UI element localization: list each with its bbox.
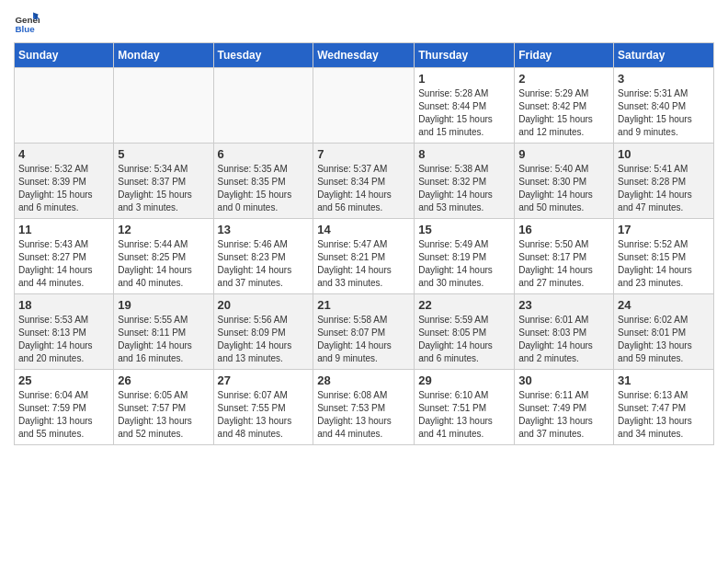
day-info: Sunrise: 5:49 AM Sunset: 8:19 PM Dayligh… — [418, 238, 510, 290]
weekday-header: Tuesday — [213, 43, 313, 68]
calendar-cell: 9Sunrise: 5:40 AM Sunset: 8:30 PM Daylig… — [515, 144, 614, 219]
day-number: 1 — [418, 72, 510, 86]
calendar-cell: 14Sunrise: 5:47 AM Sunset: 8:21 PM Dayli… — [313, 219, 415, 294]
calendar-cell: 16Sunrise: 5:50 AM Sunset: 8:17 PM Dayli… — [515, 219, 614, 294]
day-info: Sunrise: 6:01 AM Sunset: 8:03 PM Dayligh… — [518, 314, 609, 365]
day-number: 8 — [418, 147, 510, 161]
calendar-cell: 7Sunrise: 5:37 AM Sunset: 8:34 PM Daylig… — [313, 144, 415, 219]
day-info: Sunrise: 5:59 AM Sunset: 8:05 PM Dayligh… — [418, 314, 510, 365]
day-info: Sunrise: 5:47 AM Sunset: 8:21 PM Dayligh… — [317, 238, 410, 290]
day-number: 10 — [618, 147, 710, 161]
calendar-cell: 15Sunrise: 5:49 AM Sunset: 8:19 PM Dayli… — [415, 219, 515, 294]
calendar-week-row: 18Sunrise: 5:53 AM Sunset: 8:13 PM Dayli… — [15, 294, 714, 370]
day-number: 13 — [218, 223, 310, 236]
day-number: 21 — [317, 298, 410, 312]
calendar-cell: 18Sunrise: 5:53 AM Sunset: 8:13 PM Dayli… — [15, 294, 114, 370]
calendar-cell: 20Sunrise: 5:56 AM Sunset: 8:09 PM Dayli… — [213, 294, 313, 370]
day-info: Sunrise: 6:04 AM Sunset: 7:59 PM Dayligh… — [18, 389, 109, 441]
logo: General Blue — [14, 9, 43, 35]
weekday-header: Thursday — [415, 43, 515, 68]
day-info: Sunrise: 5:58 AM Sunset: 8:07 PM Dayligh… — [317, 314, 410, 365]
day-number: 5 — [118, 147, 209, 161]
day-number: 2 — [518, 72, 609, 86]
calendar-table: SundayMondayTuesdayWednesdayThursdayFrid… — [14, 42, 714, 445]
day-info: Sunrise: 5:35 AM Sunset: 8:35 PM Dayligh… — [218, 163, 310, 214]
day-number: 6 — [218, 147, 310, 161]
day-info: Sunrise: 5:56 AM Sunset: 8:09 PM Dayligh… — [218, 314, 310, 365]
calendar-cell: 31Sunrise: 6:13 AM Sunset: 7:47 PM Dayli… — [614, 370, 714, 445]
day-number: 22 — [418, 298, 510, 312]
calendar-cell: 8Sunrise: 5:38 AM Sunset: 8:32 PM Daylig… — [415, 144, 515, 219]
calendar-cell: 29Sunrise: 6:10 AM Sunset: 7:51 PM Dayli… — [415, 370, 515, 445]
day-number: 24 — [618, 298, 710, 312]
calendar-cell: 28Sunrise: 6:08 AM Sunset: 7:53 PM Dayli… — [313, 370, 415, 445]
day-info: Sunrise: 5:46 AM Sunset: 8:23 PM Dayligh… — [218, 238, 310, 290]
calendar-cell: 21Sunrise: 5:58 AM Sunset: 8:07 PM Dayli… — [313, 294, 415, 370]
day-number: 4 — [18, 147, 109, 161]
calendar-week-row: 11Sunrise: 5:43 AM Sunset: 8:27 PM Dayli… — [15, 219, 714, 294]
day-info: Sunrise: 6:10 AM Sunset: 7:51 PM Dayligh… — [418, 389, 510, 441]
calendar-cell: 22Sunrise: 5:59 AM Sunset: 8:05 PM Dayli… — [415, 294, 515, 370]
day-info: Sunrise: 5:52 AM Sunset: 8:15 PM Dayligh… — [618, 238, 710, 290]
day-number: 23 — [518, 298, 609, 312]
calendar-cell: 11Sunrise: 5:43 AM Sunset: 8:27 PM Dayli… — [15, 219, 114, 294]
day-info: Sunrise: 5:28 AM Sunset: 8:44 PM Dayligh… — [418, 87, 510, 139]
day-info: Sunrise: 6:02 AM Sunset: 8:01 PM Dayligh… — [618, 314, 710, 365]
day-number: 29 — [418, 373, 510, 387]
day-number: 12 — [118, 223, 209, 236]
calendar-cell: 13Sunrise: 5:46 AM Sunset: 8:23 PM Dayli… — [213, 219, 313, 294]
day-number: 7 — [317, 147, 410, 161]
calendar-cell: 6Sunrise: 5:35 AM Sunset: 8:35 PM Daylig… — [213, 144, 313, 219]
day-number: 31 — [618, 373, 710, 387]
calendar-cell: 26Sunrise: 6:05 AM Sunset: 7:57 PM Dayli… — [114, 370, 213, 445]
day-info: Sunrise: 6:07 AM Sunset: 7:55 PM Dayligh… — [218, 389, 310, 441]
day-info: Sunrise: 5:44 AM Sunset: 8:25 PM Dayligh… — [118, 238, 209, 290]
day-number: 28 — [317, 373, 410, 387]
page-header: General Blue — [14, 9, 714, 35]
day-info: Sunrise: 6:05 AM Sunset: 7:57 PM Dayligh… — [118, 389, 209, 441]
calendar-cell: 2Sunrise: 5:29 AM Sunset: 8:42 PM Daylig… — [515, 68, 614, 144]
day-info: Sunrise: 5:43 AM Sunset: 8:27 PM Dayligh… — [18, 238, 109, 290]
calendar-cell: 25Sunrise: 6:04 AM Sunset: 7:59 PM Dayli… — [15, 370, 114, 445]
day-number: 20 — [218, 298, 310, 312]
day-number: 19 — [118, 298, 209, 312]
day-info: Sunrise: 5:37 AM Sunset: 8:34 PM Dayligh… — [317, 163, 410, 214]
calendar-cell: 4Sunrise: 5:32 AM Sunset: 8:39 PM Daylig… — [15, 144, 114, 219]
svg-text:Blue: Blue — [15, 24, 35, 34]
calendar-cell: 30Sunrise: 6:11 AM Sunset: 7:49 PM Dayli… — [515, 370, 614, 445]
calendar-cell: 12Sunrise: 5:44 AM Sunset: 8:25 PM Dayli… — [114, 219, 213, 294]
day-info: Sunrise: 5:32 AM Sunset: 8:39 PM Dayligh… — [18, 163, 109, 214]
day-info: Sunrise: 6:08 AM Sunset: 7:53 PM Dayligh… — [317, 389, 410, 441]
day-number: 9 — [518, 147, 609, 161]
day-info: Sunrise: 5:40 AM Sunset: 8:30 PM Dayligh… — [518, 163, 609, 214]
day-info: Sunrise: 5:34 AM Sunset: 8:37 PM Dayligh… — [118, 163, 209, 214]
calendar-cell: 23Sunrise: 6:01 AM Sunset: 8:03 PM Dayli… — [515, 294, 614, 370]
calendar-cell: 10Sunrise: 5:41 AM Sunset: 8:28 PM Dayli… — [614, 144, 714, 219]
day-number: 27 — [218, 373, 310, 387]
weekday-header: Wednesday — [313, 43, 415, 68]
calendar-cell — [213, 68, 313, 144]
day-number: 3 — [618, 72, 710, 86]
day-info: Sunrise: 5:53 AM Sunset: 8:13 PM Dayligh… — [18, 314, 109, 365]
day-number: 11 — [18, 223, 109, 236]
day-number: 14 — [317, 223, 410, 236]
day-number: 16 — [518, 223, 609, 236]
day-info: Sunrise: 6:11 AM Sunset: 7:49 PM Dayligh… — [518, 389, 609, 441]
calendar-cell — [313, 68, 415, 144]
day-info: Sunrise: 5:41 AM Sunset: 8:28 PM Dayligh… — [618, 163, 710, 214]
day-number: 17 — [618, 223, 710, 236]
day-info: Sunrise: 5:50 AM Sunset: 8:17 PM Dayligh… — [518, 238, 609, 290]
calendar-cell: 3Sunrise: 5:31 AM Sunset: 8:40 PM Daylig… — [614, 68, 714, 144]
day-info: Sunrise: 5:29 AM Sunset: 8:42 PM Dayligh… — [518, 87, 609, 139]
calendar-cell: 1Sunrise: 5:28 AM Sunset: 8:44 PM Daylig… — [415, 68, 515, 144]
calendar-cell: 19Sunrise: 5:55 AM Sunset: 8:11 PM Dayli… — [114, 294, 213, 370]
weekday-header: Friday — [515, 43, 614, 68]
calendar-cell — [114, 68, 213, 144]
calendar-cell: 5Sunrise: 5:34 AM Sunset: 8:37 PM Daylig… — [114, 144, 213, 219]
weekday-header: Saturday — [614, 43, 714, 68]
weekday-header-row: SundayMondayTuesdayWednesdayThursdayFrid… — [15, 43, 714, 68]
calendar-cell — [15, 68, 114, 144]
calendar-week-row: 1Sunrise: 5:28 AM Sunset: 8:44 PM Daylig… — [15, 68, 714, 144]
day-number: 30 — [518, 373, 609, 387]
logo-icon: General Blue — [14, 9, 40, 35]
